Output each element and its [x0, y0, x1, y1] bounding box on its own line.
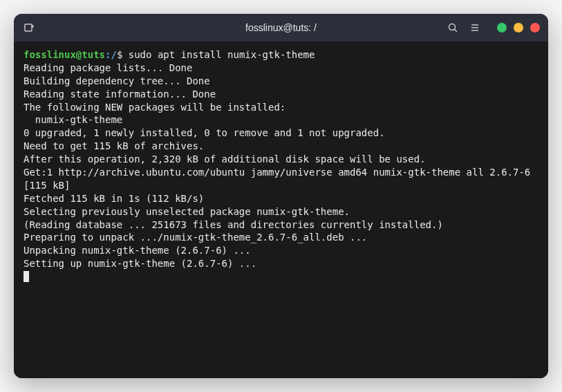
command-text: sudo apt install numix-gtk-theme [129, 49, 315, 60]
titlebar: fosslinux@tuts: / [14, 14, 548, 41]
output-line: The following NEW packages will be insta… [24, 101, 538, 114]
window-title: fosslinux@tuts: / [245, 22, 317, 33]
output-line: Get:1 http://archive.ubuntu.com/ubuntu j… [24, 166, 538, 192]
prompt-path: :/ [105, 49, 117, 60]
new-tab-icon[interactable] [22, 21, 36, 35]
maximize-button[interactable] [514, 23, 523, 32]
titlebar-left [22, 21, 36, 35]
output-line: Fetched 115 kB in 1s (112 kB/s) [24, 192, 538, 205]
prompt-symbol: $ [117, 49, 129, 60]
output-line: Need to get 115 kB of archives. [24, 140, 538, 153]
close-button[interactable] [530, 23, 540, 32]
svg-point-3 [449, 24, 456, 30]
output-line: (Reading database ... 251673 files and d… [24, 218, 538, 232]
cursor-line [24, 270, 538, 283]
output-line: Building dependency tree... Done [24, 75, 538, 88]
output-line: Preparing to unpack .../numix-gtk-theme_… [24, 231, 538, 244]
prompt-line: fosslinux@tuts:/$ sudo apt install numix… [24, 48, 538, 62]
prompt-user-host: fosslinux@tuts [24, 49, 105, 60]
search-icon[interactable] [447, 22, 458, 33]
output-line: Selecting previously unselected package … [24, 205, 538, 218]
output-line: numix-gtk-theme [24, 113, 538, 127]
menu-icon[interactable] [469, 22, 480, 33]
output-line: Setting up numix-gtk-theme (2.6.7-6) ... [24, 257, 538, 270]
window-controls [497, 23, 540, 32]
output-line: Unpacking numix-gtk-theme (2.6.7-6) ... [24, 244, 538, 257]
terminal-body[interactable]: fosslinux@tuts:/$ sudo apt install numix… [14, 41, 548, 378]
output-line: Reading package lists... Done [24, 62, 538, 75]
svg-rect-0 [25, 24, 32, 31]
output-line: After this operation, 2,320 kB of additi… [24, 153, 538, 166]
cursor [24, 271, 29, 282]
output-line: 0 upgraded, 1 newly installed, 0 to remo… [24, 127, 538, 140]
minimize-button[interactable] [497, 23, 507, 32]
terminal-window: fosslinux@tuts: / [14, 14, 548, 378]
svg-line-4 [455, 30, 458, 32]
titlebar-right [447, 22, 540, 33]
output-line: Reading state information... Done [24, 88, 538, 101]
